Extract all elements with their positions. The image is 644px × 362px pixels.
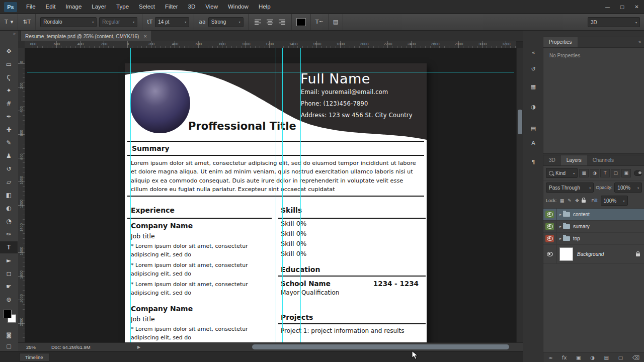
- link-layers-icon[interactable]: ∞: [548, 355, 552, 360]
- type-tool[interactable]: T: [0, 241, 18, 253]
- disclosure-triangle-icon[interactable]: ▸: [559, 236, 561, 241]
- path-selection-tool[interactable]: ►: [0, 254, 18, 266]
- horizontal-scrollbar-thumb[interactable]: [252, 344, 509, 349]
- quick-mask-icon[interactable]: ◙: [0, 332, 18, 338]
- layer-row-top[interactable]: ▸top: [543, 233, 644, 245]
- toggle-panels-icon[interactable]: ▤: [333, 19, 338, 25]
- menu-help[interactable]: Help: [254, 0, 276, 14]
- tab-channels[interactable]: Channels: [587, 155, 619, 165]
- foreground-color-swatch[interactable]: [3, 310, 12, 318]
- visibility-cell[interactable]: [543, 233, 556, 244]
- vertical-ruler[interactable]: 0200400600800100012001400160018002000220…: [18, 48, 25, 342]
- delete-layer-icon[interactable]: ⌫: [632, 355, 639, 360]
- font-size-select[interactable]: 14 pt ▾: [155, 17, 189, 27]
- visibility-cell[interactable]: [543, 221, 556, 232]
- tab-layers[interactable]: Layers: [561, 155, 587, 165]
- font-style-select[interactable]: Regular ▾: [99, 17, 137, 27]
- eraser-tool[interactable]: ▱: [0, 176, 18, 188]
- horizontal-ruler[interactable]: 8006004002000200400600800100012001400160…: [25, 41, 516, 48]
- hand-tool[interactable]: ☛: [0, 281, 18, 293]
- font-family-select[interactable]: Rondalo ▾: [40, 17, 97, 27]
- menu-layer[interactable]: Layer: [87, 0, 111, 14]
- character-panel-icon[interactable]: A: [526, 137, 541, 149]
- fill-select[interactable]: 100% ▾: [601, 196, 628, 206]
- align-center-button[interactable]: [265, 18, 275, 26]
- filter-smart-objects-icon[interactable]: ▣: [621, 169, 631, 177]
- text-orientation-icon[interactable]: ⇅T: [23, 19, 31, 25]
- status-arrow-icon[interactable]: ▶: [137, 345, 140, 349]
- blur-tool[interactable]: ◐: [0, 202, 18, 214]
- warp-text-icon[interactable]: T~: [315, 19, 324, 25]
- disclosure-triangle-icon[interactable]: ▸: [559, 224, 561, 229]
- layer-filter-kind-select[interactable]: Kind ▾: [546, 168, 578, 178]
- menu-3d[interactable]: 3D: [183, 0, 201, 14]
- visibility-cell[interactable]: [543, 245, 556, 263]
- tab-3d[interactable]: 3D: [543, 155, 561, 165]
- layer-row-content[interactable]: ▸content: [543, 209, 644, 221]
- tab-properties[interactable]: Properties: [543, 37, 578, 47]
- new-adjustment-layer-icon[interactable]: ◑: [590, 355, 595, 360]
- zoom-tool[interactable]: ⊕: [0, 294, 18, 306]
- filter-toggle-switch[interactable]: [634, 170, 642, 176]
- quick-selection-tool[interactable]: ✦: [0, 84, 18, 97]
- dodge-tool[interactable]: ◔: [0, 215, 18, 227]
- new-layer-icon[interactable]: ▢: [618, 355, 623, 360]
- filter-adjustment-layers-icon[interactable]: ◑: [590, 169, 599, 177]
- clone-stamp-tool[interactable]: ♟: [0, 150, 18, 162]
- lock-transparent-pixels-icon[interactable]: ▦: [559, 198, 566, 203]
- document-tab[interactable]: Resume_template.psd @ 25% (content, CMYK…: [20, 30, 152, 42]
- layer-row-sumary[interactable]: ▸sumary: [543, 221, 644, 233]
- move-tool[interactable]: ✥: [0, 45, 18, 57]
- restore-button[interactable]: ▢: [615, 0, 629, 14]
- minimize-button[interactable]: —: [600, 0, 615, 14]
- lock-all-icon[interactable]: [582, 200, 586, 203]
- anti-alias-select[interactable]: Strong ▾: [208, 17, 244, 27]
- close-button[interactable]: ✕: [629, 0, 644, 14]
- lasso-tool[interactable]: Ϛ: [0, 71, 18, 83]
- swatches-panel-icon[interactable]: ▦: [526, 80, 541, 93]
- menu-edit[interactable]: Edit: [41, 0, 61, 14]
- vertical-scrollbar-thumb[interactable]: [518, 110, 522, 134]
- brush-tool[interactable]: ✎: [0, 137, 18, 149]
- opacity-select[interactable]: 100% ▾: [614, 183, 642, 193]
- filter-type-layers-icon[interactable]: T: [600, 169, 610, 177]
- timeline-tab[interactable]: Timeline: [19, 353, 49, 361]
- menu-filter[interactable]: Filter: [160, 0, 183, 14]
- menu-file[interactable]: File: [21, 0, 41, 14]
- lock-image-pixels-icon[interactable]: ✎: [567, 198, 573, 203]
- zoom-level[interactable]: 25%: [26, 344, 36, 350]
- layer-row-background[interactable]: Background: [543, 245, 644, 264]
- new-group-icon[interactable]: ▤: [604, 355, 609, 360]
- styles-panel-icon[interactable]: ▤: [526, 122, 541, 134]
- collapse-panels-icon[interactable]: «: [526, 46, 541, 58]
- crop-tool[interactable]: #: [0, 98, 18, 110]
- workspace-switcher[interactable]: 3D ▾: [588, 17, 640, 27]
- paragraph-panel-icon[interactable]: ¶: [526, 156, 541, 168]
- marquee-tool[interactable]: ▭: [0, 58, 18, 70]
- menu-type[interactable]: Type: [111, 0, 134, 14]
- adjustments-panel-icon[interactable]: ◑: [526, 101, 541, 113]
- disclosure-triangle-icon[interactable]: ▸: [559, 212, 561, 217]
- menu-image[interactable]: Image: [60, 0, 87, 14]
- history-panel-icon[interactable]: ↺: [526, 63, 541, 75]
- history-brush-tool[interactable]: ↺: [0, 163, 18, 175]
- menu-window[interactable]: Window: [223, 0, 254, 14]
- type-tool-preset-icon[interactable]: T: [5, 19, 8, 25]
- menu-select[interactable]: Select: [134, 0, 160, 14]
- gradient-tool[interactable]: ◧: [0, 189, 18, 201]
- close-icon[interactable]: ×: [143, 33, 146, 39]
- layer-style-icon[interactable]: fx: [562, 355, 567, 360]
- align-right-button[interactable]: [277, 18, 287, 26]
- pen-tool[interactable]: ✑: [0, 228, 18, 240]
- collapse-toolbar-icon[interactable]: »: [13, 31, 16, 36]
- document-canvas[interactable]: Full Name Email: youremail@email.com Pho…: [25, 48, 516, 342]
- add-layer-mask-icon[interactable]: ▣: [576, 355, 581, 360]
- align-left-button[interactable]: [253, 18, 263, 26]
- vertical-scrollbar[interactable]: [516, 48, 524, 342]
- healing-brush-tool[interactable]: ✚: [0, 124, 18, 136]
- collapse-panel-icon[interactable]: «: [635, 37, 644, 47]
- blend-mode-select[interactable]: Pass Through ▾: [546, 183, 594, 193]
- visibility-cell[interactable]: [543, 209, 556, 220]
- eyedropper-tool[interactable]: ✒: [0, 111, 18, 123]
- text-color-swatch[interactable]: [296, 18, 306, 26]
